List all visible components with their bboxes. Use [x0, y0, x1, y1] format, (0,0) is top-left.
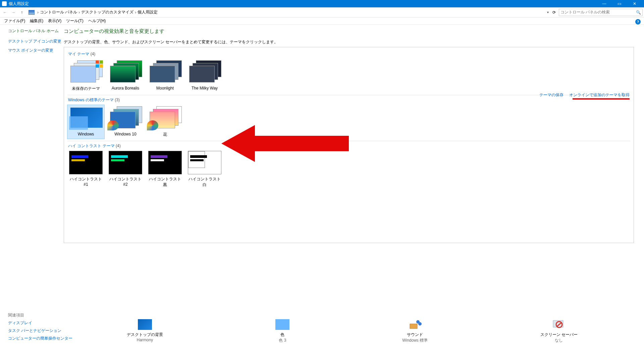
theme-panel: マイ テーマ (4) 未保存のテーマ Aurora Borealis Moonl…: [64, 47, 634, 243]
help-icon[interactable]: ?: [635, 19, 641, 24]
theme-windows[interactable]: Windows: [67, 105, 104, 139]
forward-button[interactable]: →: [10, 9, 17, 16]
breadcrumb-item[interactable]: デスクトップのカスタマイズ: [81, 9, 133, 15]
theme-label: The Milky Way: [187, 86, 222, 91]
theme-label: Windows 10: [108, 132, 143, 136]
theme-label: ハイコントラスト 黒: [147, 176, 183, 188]
color-icon: [275, 319, 289, 330]
breadcrumb-item[interactable]: コントロール パネル: [40, 9, 77, 15]
chevron-right-icon: ›: [78, 10, 80, 15]
theme-label: 花: [147, 132, 183, 137]
svg-point-7: [418, 322, 422, 326]
theme-hc-white[interactable]: ハイコントラスト 白: [186, 151, 223, 188]
nav-bar: ← → ↑ › コントロール パネル › デスクトップのカスタマイズ › 個人用…: [0, 7, 644, 17]
related-section: 関連項目 ディスプレイ タスク バーとナビゲーション コンピューターの簡単操作セ…: [8, 312, 72, 343]
minimize-button[interactable]: —: [597, 0, 612, 7]
option-background[interactable]: デスクトップの背景 Harmony: [127, 319, 163, 343]
title-bar: 個人用設定 — ▭ ✕: [0, 0, 644, 7]
theme-label: Aurora Borealis: [108, 86, 143, 91]
section-high-contrast: ハイ コントラスト テーマ (4): [68, 143, 630, 149]
breadcrumb[interactable]: › コントロール パネル › デスクトップのカスタマイズ › 個人用設定: [26, 9, 545, 15]
window-title: 個人用設定: [9, 1, 29, 7]
sidebar-home[interactable]: コントロール パネル ホーム: [8, 28, 64, 34]
menu-tools[interactable]: ツール(T): [64, 17, 85, 24]
up-button[interactable]: ↑: [18, 9, 25, 16]
screensaver-icon: [552, 319, 566, 330]
menu-view[interactable]: 表示(V): [46, 17, 63, 24]
breadcrumb-item[interactable]: 個人用設定: [138, 9, 158, 15]
background-icon: [138, 319, 152, 330]
svg-rect-0: [96, 60, 99, 64]
option-color[interactable]: 色 色 3: [275, 319, 289, 343]
palette-icon: [147, 120, 158, 130]
theme-hc1[interactable]: ハイコントラスト #1: [67, 151, 104, 188]
section-standard-themes: Windows の標準のテーマ (3): [68, 97, 630, 103]
page-title: コンピューターの視覚効果と音を変更します: [64, 28, 644, 35]
link-save-theme[interactable]: テーマの保存: [539, 93, 564, 97]
theme-label: ハイコントラスト 白: [186, 176, 223, 188]
refresh-button[interactable]: ⟳: [551, 10, 557, 15]
related-ease-of-access[interactable]: コンピューターの簡単操作センター: [8, 336, 72, 341]
theme-aurora[interactable]: Aurora Borealis: [107, 59, 144, 93]
menu-file[interactable]: ファイル(F): [2, 17, 27, 24]
bottom-options: デスクトップの背景 Harmony 色 色 3 サウンド Windows 標準 …: [70, 319, 634, 343]
sidebar: コントロール パネル ホーム デスクトップ アイコンの変更 マウス ポインターの…: [0, 25, 64, 348]
theme-unsaved[interactable]: 未保存のテーマ: [67, 59, 104, 93]
section-my-themes: マイ テーマ (4): [68, 51, 630, 57]
menu-bar: ファイル(F) 編集(E) 表示(V) ツール(T) ヘルプ(H): [0, 17, 644, 25]
theme-hc-black[interactable]: ハイコントラスト 黒: [147, 151, 183, 188]
related-taskbar[interactable]: タスク バーとナビゲーション: [8, 328, 61, 333]
theme-label: Windows: [68, 132, 104, 136]
svg-rect-3: [100, 64, 103, 68]
theme-label: ハイコントラスト #1: [67, 176, 104, 187]
theme-moonlight[interactable]: Moonlight: [147, 59, 183, 93]
theme-milky-way[interactable]: The Milky Way: [186, 59, 223, 93]
separator: [67, 141, 630, 141]
theme-label: ハイコントラスト #2: [107, 176, 144, 187]
search-icon: 🔍: [636, 10, 641, 15]
related-display[interactable]: ディスプレイ: [8, 321, 32, 325]
pc-icon: [29, 10, 35, 15]
page-description: デスクトップの背景、色、サウンド、およびスクリーン セーバーをまとめて変更するに…: [64, 39, 644, 45]
menu-help[interactable]: ヘルプ(H): [86, 17, 108, 24]
close-button[interactable]: ✕: [627, 0, 642, 7]
theme-flowers[interactable]: 花: [147, 105, 183, 139]
back-button[interactable]: ←: [1, 9, 9, 16]
main-content: コンピューターの視覚効果と音を変更します デスクトップの背景、色、サウンド、およ…: [64, 25, 644, 348]
windows-flag-icon: [95, 60, 104, 68]
svg-rect-2: [96, 64, 99, 68]
app-icon: [2, 1, 7, 6]
sound-icon: [408, 319, 422, 330]
annotation-underline: [573, 98, 630, 100]
theme-hc2[interactable]: ハイコントラスト #2: [107, 151, 144, 188]
svg-rect-1: [100, 60, 103, 64]
breadcrumb-dropdown[interactable]: ▾: [546, 10, 549, 14]
chevron-right-icon: ›: [134, 10, 137, 15]
option-screensaver[interactable]: スクリーン セーバー なし: [540, 319, 578, 343]
related-header: 関連項目: [8, 312, 72, 318]
svg-rect-5: [410, 324, 417, 329]
option-sound[interactable]: サウンド Windows 標準: [402, 319, 428, 343]
link-online-themes[interactable]: オンラインで追加のテーマを取得: [569, 93, 630, 97]
sidebar-link-desktop-icons[interactable]: デスクトップ アイコンの変更: [8, 39, 64, 44]
theme-label: 未保存のテーマ: [68, 86, 104, 92]
menu-edit[interactable]: 編集(E): [28, 17, 45, 24]
chevron-right-icon: ›: [37, 10, 39, 15]
theme-label: Moonlight: [147, 86, 183, 91]
palette-icon: [107, 120, 119, 130]
theme-windows10[interactable]: Windows 10: [107, 105, 144, 139]
search-placeholder: コントロール パネルの検索: [560, 9, 610, 15]
search-input[interactable]: コントロール パネルの検索 🔍: [559, 9, 643, 16]
sidebar-link-mouse-pointer[interactable]: マウス ポインターの変更: [8, 48, 64, 53]
maximize-button[interactable]: ▭: [612, 0, 627, 7]
